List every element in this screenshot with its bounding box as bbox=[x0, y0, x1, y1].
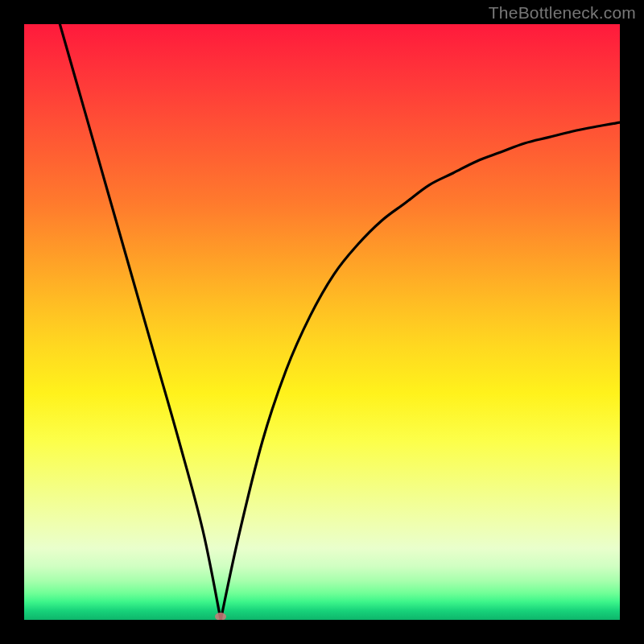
bottleneck-curve bbox=[24, 24, 620, 620]
chart-frame bbox=[24, 24, 620, 620]
nadir-marker-icon bbox=[215, 613, 226, 620]
attribution-text: TheBottleneck.com bbox=[489, 3, 636, 23]
